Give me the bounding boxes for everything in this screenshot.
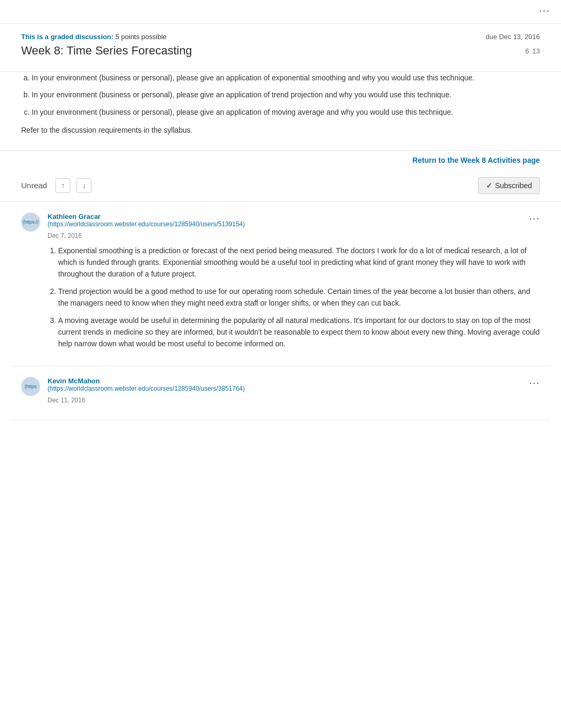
reply-options-icon[interactable]: ⋮ xyxy=(528,214,541,224)
replies-section: (https:// Kathleen Gracar (https://world… xyxy=(0,202,561,420)
list-item: In your environment (business or persona… xyxy=(32,106,540,118)
graded-info: This is a graded discussion: 5 points po… xyxy=(21,32,166,41)
sort-up-icon: ↑ xyxy=(61,181,65,189)
reply-date: Dec 11, 2016 xyxy=(48,397,540,404)
reply-counts: 6 13 xyxy=(525,47,540,55)
list-item: In your environment (business or persona… xyxy=(32,72,540,84)
table-row: (https:// Kathleen Gracar (https://world… xyxy=(11,202,550,366)
graded-discussion-link[interactable]: This is a graded discussion: xyxy=(21,33,114,41)
avatar: (https xyxy=(21,377,40,396)
avatar-text: (https:// xyxy=(23,219,39,225)
graded-label: This is a graded discussion: 5 points po… xyxy=(21,33,166,41)
reply-count-read: 6 xyxy=(525,47,529,55)
discussion-footer-text: Refer to the discussion requirements in … xyxy=(21,124,540,136)
discussion-items-list: In your environment (business or persona… xyxy=(21,72,540,118)
due-date: due Dec 13, 2016 xyxy=(485,33,540,41)
reply-content: Kevin McMahon (https://worldclassroom.we… xyxy=(48,377,540,409)
page-container: ⋮ This is a graded discussion: 5 points … xyxy=(0,0,561,728)
reply-meta: Kevin McMahon (https://worldclassroom.we… xyxy=(48,377,540,392)
return-link-row: Return to the Week 8 Activities page xyxy=(0,151,561,170)
sort-descending-button[interactable]: ↓ xyxy=(77,178,91,193)
subscribed-label: Subscribed xyxy=(495,181,532,190)
table-row: (https Kevin McMahon (https://worldclass… xyxy=(11,366,550,420)
filter-bar: Unread ↑ ↓ ✓ Subscribed xyxy=(0,170,561,202)
author-profile-link[interactable]: (https://worldclassroom.webster.edu/cour… xyxy=(48,220,540,228)
reply-meta: Kathleen Gracar (https://worldclassroom.… xyxy=(48,213,540,228)
reply-date: Dec 7, 2016 xyxy=(48,232,540,239)
discussion-title: Week 8: Time Series Forecasting xyxy=(21,44,192,58)
reply-items-list: Exponential smoothing is a prediction or… xyxy=(48,245,540,350)
graded-points: 5 points possible xyxy=(115,33,166,41)
author-name-link[interactable]: Kathleen Gracar xyxy=(48,213,540,220)
unread-filter-label: Unread xyxy=(21,181,47,190)
return-link[interactable]: Return to the Week 8 Activities page xyxy=(413,156,540,164)
sort-down-icon: ↓ xyxy=(82,181,86,189)
avatar: (https:// xyxy=(21,213,40,232)
author-profile-link[interactable]: (https://worldclassroom.webster.edu/cour… xyxy=(48,385,540,392)
list-item: In your environment (business or persona… xyxy=(32,89,540,100)
list-item: Exponential smoothing is a prediction or… xyxy=(58,245,540,280)
subscribed-button[interactable]: ✓ Subscribed xyxy=(478,177,540,194)
discussion-header: This is a graded discussion: 5 points po… xyxy=(0,24,561,72)
top-bar: ⋮ xyxy=(0,0,561,24)
discussion-title-row: Week 8: Time Series Forecasting 6 13 xyxy=(21,44,540,58)
discussion-body: In your environment (business or persona… xyxy=(0,72,561,151)
list-item: Trend projection would be a good method … xyxy=(58,285,540,309)
subscribed-check-icon: ✓ xyxy=(486,181,492,190)
graded-line: This is a graded discussion: 5 points po… xyxy=(21,32,540,41)
reply-options-icon[interactable]: ⋮ xyxy=(528,378,541,389)
author-name-link[interactable]: Kevin McMahon xyxy=(48,377,540,385)
sort-ascending-button[interactable]: ↑ xyxy=(55,178,70,193)
avatar-text: (https xyxy=(25,384,37,389)
reply-count-total: 13 xyxy=(532,47,540,55)
reply-content: Kathleen Gracar (https://worldclassroom.… xyxy=(48,213,540,355)
options-icon[interactable]: ⋮ xyxy=(538,6,551,17)
list-item: A moving average would be useful in dete… xyxy=(58,315,540,350)
reply-text: Exponential smoothing is a prediction or… xyxy=(48,245,540,350)
